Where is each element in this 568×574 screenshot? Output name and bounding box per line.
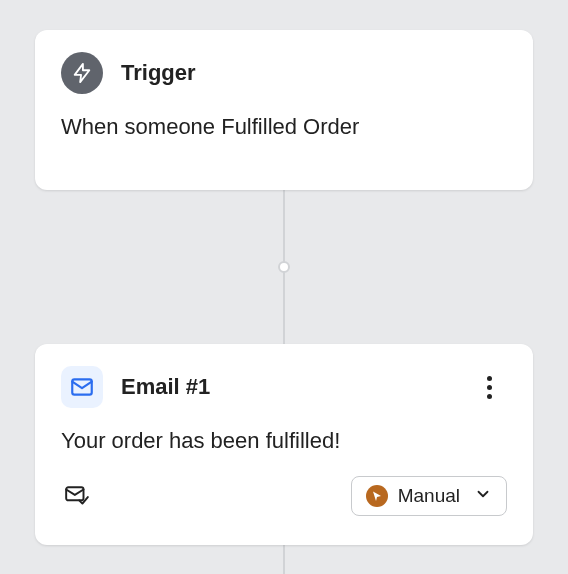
- email-card[interactable]: Email #1 Your order has been fulfilled!: [35, 344, 533, 545]
- email-title: Email #1: [121, 374, 210, 400]
- envelope-check-icon: [61, 480, 93, 512]
- email-card-header: Email #1: [61, 366, 507, 408]
- trigger-description: When someone Fulfilled Order: [61, 114, 507, 140]
- email-subject: Your order has been fulfilled!: [61, 428, 507, 454]
- trigger-card-header: Trigger: [61, 52, 507, 94]
- cursor-icon: [366, 485, 388, 507]
- chevron-down-icon: [474, 485, 492, 507]
- dots-vertical-icon: [487, 376, 492, 399]
- more-options-button[interactable]: [471, 369, 507, 405]
- flow-canvas: Trigger When someone Fulfilled Order Ema…: [0, 0, 568, 574]
- mode-label: Manual: [398, 485, 460, 507]
- envelope-icon: [61, 366, 103, 408]
- trigger-card[interactable]: Trigger When someone Fulfilled Order: [35, 30, 533, 190]
- connector-line: [283, 545, 285, 574]
- email-card-footer: Manual: [61, 476, 507, 516]
- add-step-dot[interactable]: [278, 261, 290, 273]
- trigger-title: Trigger: [121, 60, 196, 86]
- mode-dropdown[interactable]: Manual: [351, 476, 507, 516]
- lightning-icon: [61, 52, 103, 94]
